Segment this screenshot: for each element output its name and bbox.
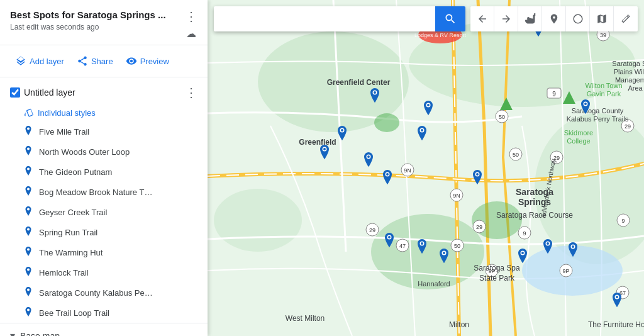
header-menu-button[interactable]: ⋮	[182, 9, 200, 24]
ruler-icon	[620, 13, 631, 25]
ruler-button[interactable]	[614, 6, 638, 31]
share-icon	[77, 55, 88, 67]
search-bar	[214, 6, 465, 31]
sidebar-header: Best Spots for Saratoga Springs ... Last…	[0, 0, 208, 45]
svg-point-104	[584, 103, 587, 105]
svg-text:9P: 9P	[562, 268, 569, 274]
list-item[interactable]: Bee Trail Loop Trail	[0, 303, 208, 323]
svg-point-110	[547, 242, 549, 245]
layer-dots-icon: ⋮	[185, 86, 197, 99]
svg-point-112	[572, 245, 574, 248]
pin-icon	[24, 186, 33, 198]
svg-text:29: 29	[625, 123, 631, 130]
svg-text:Milton: Milton	[449, 320, 469, 329]
svg-text:29: 29	[476, 224, 482, 230]
map-pin[interactable]	[362, 152, 375, 170]
list-item[interactable]: The Warming Hut	[0, 242, 208, 262]
styles-icon	[24, 108, 34, 118]
marker-button[interactable]	[542, 6, 566, 31]
svg-text:Greenfield Center: Greenfield Center	[327, 78, 391, 87]
map-pin[interactable]	[470, 170, 484, 188]
base-map-row[interactable]: ▾ Base map	[0, 323, 208, 336]
measure-icon	[596, 13, 608, 25]
individual-styles-button[interactable]: Individual styles	[0, 105, 106, 121]
svg-text:50: 50	[513, 152, 519, 158]
map-pin[interactable]	[421, 101, 435, 118]
forward-button[interactable]	[494, 6, 518, 31]
share-button[interactable]: Share	[72, 52, 118, 70]
layer-menu-button[interactable]: ⋮	[182, 84, 200, 101]
map-pin[interactable]	[318, 145, 331, 162]
svg-text:The Furniture House: The Furniture House	[588, 320, 644, 329]
item-label: The Warming Hut	[39, 248, 103, 257]
preview-label: Preview	[140, 57, 169, 66]
list-item[interactable]: Saratoga County Kalabus Pe…	[0, 283, 208, 303]
item-label: Saratoga County Kalabus Pe…	[39, 288, 153, 298]
pan-button[interactable]	[518, 6, 542, 31]
map-pin[interactable]	[382, 233, 396, 250]
svg-point-86	[323, 148, 326, 150]
back-button[interactable]	[470, 6, 494, 31]
list-item[interactable]: Geyser Creek Trail	[0, 202, 208, 222]
item-label: North Woods Outer Loop	[39, 147, 130, 157]
layer-checkbox[interactable]	[10, 87, 20, 98]
item-label: Bog Meadow Brook Nature T…	[39, 188, 152, 197]
svg-point-96	[421, 242, 423, 245]
cloud-save-icon: ☁	[186, 28, 196, 40]
svg-text:State Park: State Park	[479, 274, 515, 283]
map-pin[interactable]	[335, 126, 349, 143]
map-pin[interactable]	[437, 249, 451, 266]
sidebar-subtitle: Last edit was seconds ago	[10, 23, 182, 31]
map-pin[interactable]	[541, 239, 555, 257]
map-pin[interactable]	[610, 293, 624, 310]
list-item[interactable]: North Woods Outer Loop	[0, 142, 208, 162]
items-list: Five Mile Trail North Woods Outer Loop T…	[0, 121, 208, 323]
list-item[interactable]: Spring Run Trail	[0, 222, 208, 242]
map-toolbar	[208, 6, 644, 31]
map-pin[interactable]	[566, 242, 580, 260]
svg-point-90	[421, 129, 423, 132]
map-pin[interactable]	[368, 88, 382, 106]
svg-text:Area: Area	[628, 84, 643, 92]
svg-text:Hannaford: Hannaford	[418, 280, 450, 288]
layer-title-row: Untitled layer	[10, 87, 75, 98]
add-layer-button[interactable]: Add layer	[10, 52, 69, 70]
svg-point-5	[27, 228, 30, 231]
svg-text:Saratoga Sand: Saratoga Sand	[612, 60, 644, 67]
list-item[interactable]: Bog Meadow Brook Nature T…	[0, 182, 208, 202]
svg-point-4	[27, 208, 30, 211]
sidebar-title: Best Spots for Saratoga Springs ...	[10, 9, 180, 21]
search-input[interactable]	[214, 14, 435, 24]
measure-button[interactable]	[590, 6, 614, 31]
pin-icon	[24, 146, 33, 157]
svg-text:47: 47	[399, 243, 406, 249]
item-label: Five Mile Trail	[39, 127, 89, 137]
pin-icon	[24, 307, 33, 318]
map-pin[interactable]	[380, 170, 394, 188]
individual-styles-label: Individual styles	[38, 108, 96, 118]
marker-icon	[548, 13, 560, 25]
list-item[interactable]: Hemlock Trail	[0, 262, 208, 283]
map-pin[interactable]	[415, 239, 429, 257]
list-item[interactable]: The Gideon Putnam	[0, 162, 208, 182]
svg-point-84	[386, 173, 389, 176]
item-label: The Gideon Putnam	[39, 167, 112, 177]
map-pin[interactable]	[516, 249, 530, 266]
svg-point-2	[27, 168, 30, 171]
pin-icon	[24, 267, 33, 278]
svg-text:29: 29	[369, 227, 375, 233]
svg-point-0	[27, 128, 30, 130]
map-pin[interactable]	[415, 126, 429, 143]
preview-button[interactable]: Preview	[121, 52, 174, 70]
list-item[interactable]: Five Mile Trail	[0, 121, 208, 142]
base-map-label: Base map	[20, 331, 60, 337]
map-pin[interactable]	[579, 99, 592, 117]
search-button[interactable]	[435, 6, 465, 31]
svg-point-92	[374, 91, 376, 94]
svg-point-80	[341, 129, 343, 132]
lasso-button[interactable]	[566, 6, 590, 31]
svg-point-94	[388, 236, 391, 238]
layer-name: Untitled layer	[24, 87, 75, 98]
sidebar-title-area: Best Spots for Saratoga Springs ... Last…	[10, 9, 182, 31]
layer-header: Untitled layer ⋮	[0, 77, 208, 105]
